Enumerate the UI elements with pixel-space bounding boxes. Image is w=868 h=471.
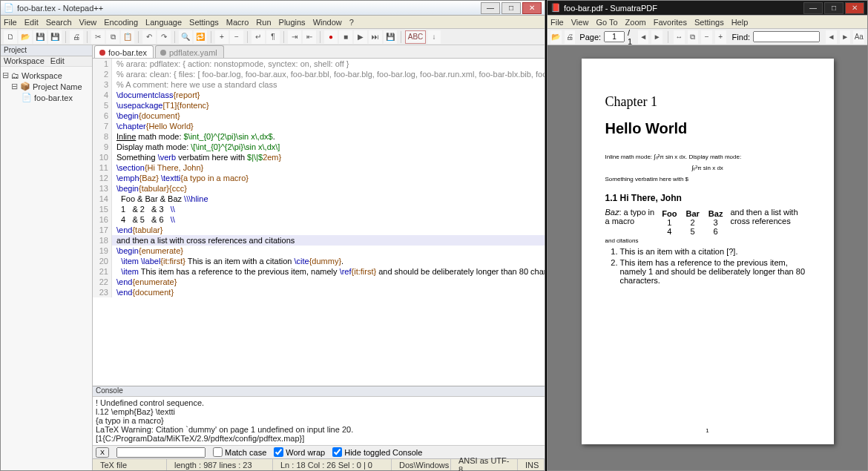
console-header: Console	[93, 386, 545, 397]
list-item: This item has a reference to the previou…	[620, 258, 810, 285]
close-button[interactable]: ✕	[522, 2, 542, 14]
editor-area: foo-bar.texpdflatex.yaml 1% arara: pdfla…	[93, 45, 545, 470]
indent-icon[interactable]: ⇥	[288, 30, 301, 44]
menu-run[interactable]: Run	[256, 18, 271, 27]
find-icon[interactable]: 🔍	[179, 30, 192, 44]
save-macro-icon[interactable]: 💾	[384, 30, 397, 44]
play-multi-icon[interactable]: ⏭	[369, 30, 382, 44]
workspace-menu[interactable]: Workspace	[4, 56, 45, 66]
stop-macro-icon[interactable]: ■	[339, 30, 352, 44]
match-case-icon[interactable]: Aa	[853, 30, 864, 44]
maximize-button[interactable]: □	[502, 2, 521, 14]
record-macro-icon[interactable]: ●	[324, 30, 338, 44]
npp-menubar: FileEditSearchViewEncodingLanguageSettin…	[1, 16, 545, 29]
menu-file[interactable]: File	[4, 18, 17, 27]
save-icon[interactable]: 💾	[33, 30, 47, 44]
page-next-icon[interactable]: ►	[651, 30, 662, 44]
menu-language[interactable]: Language	[145, 18, 182, 27]
console-input[interactable]	[116, 447, 206, 458]
menu-favorites[interactable]: Favorites	[654, 18, 687, 27]
minimize-button[interactable]: —	[481, 2, 500, 14]
open-file-icon[interactable]: 📂	[19, 30, 32, 44]
new-file-icon[interactable]: 🗋	[4, 30, 17, 44]
find-next-icon[interactable]: ►	[840, 30, 851, 44]
replace-icon[interactable]: 🔁	[194, 30, 207, 44]
npp-titlebar[interactable]: 📄 foo-bar.tex - Notepad++ — □ ✕	[1, 1, 545, 16]
menu-search[interactable]: Search	[46, 18, 72, 27]
tree-file[interactable]: 📄 foo-bar.tex	[2, 92, 91, 103]
save-all-icon[interactable]: 💾	[48, 30, 62, 44]
pdf-list: This is an item with a citation [?]. Thi…	[605, 247, 810, 285]
page-prev-icon[interactable]: ◄	[638, 30, 649, 44]
page-input[interactable]	[604, 31, 625, 42]
npp-statusbar: TeX file length : 987 lines : 23 Ln : 18…	[93, 458, 545, 470]
pdf-section: 1.1 Hi There, John	[605, 193, 810, 203]
paste-icon[interactable]: 📋	[121, 30, 134, 44]
tree-root[interactable]: ⊟🗂 Workspace	[2, 70, 91, 81]
find-prev-icon[interactable]: ◄	[826, 30, 837, 44]
show-all-icon[interactable]: ¶	[266, 30, 280, 44]
menu-plugins[interactable]: Plugins	[279, 18, 306, 27]
status-length: length : 987 lines : 23	[167, 459, 273, 470]
find-input[interactable]	[753, 31, 820, 42]
page-label: Page:	[579, 33, 601, 42]
outdent-icon[interactable]: ⇤	[303, 30, 316, 44]
abc-spellcheck-icon[interactable]: ABC	[405, 30, 426, 44]
copy-icon[interactable]: ⧉	[106, 30, 119, 44]
zoom-in-icon[interactable]: +	[715, 30, 726, 44]
zoom-out-icon[interactable]: −	[701, 30, 712, 44]
hide-console-checkbox[interactable]: Hide toggled Console	[332, 447, 422, 457]
print-icon[interactable]: 🖨	[70, 30, 83, 44]
npp-app-icon: 📄	[4, 3, 14, 13]
console-output[interactable]: ! Undefined control sequence.l.12 \emph{…	[93, 397, 545, 445]
play-macro-icon[interactable]: ▶	[354, 30, 367, 44]
pdf-chapter: Chapter 1	[605, 94, 810, 110]
redo-icon[interactable]: ↷	[157, 30, 171, 44]
menu-go-to[interactable]: Go To	[596, 18, 617, 27]
maximize-button[interactable]: □	[824, 2, 844, 14]
code-editor[interactable]: 1% arara: pdflatex: { action: nonstopmod…	[93, 59, 545, 386]
menu-?[interactable]: ?	[349, 18, 354, 27]
menu-edit[interactable]: Edit	[24, 18, 39, 27]
menu-settings[interactable]: Settings	[694, 18, 724, 27]
menu-file[interactable]: File	[550, 18, 564, 27]
word-wrap-checkbox[interactable]: Word wrap	[274, 447, 325, 457]
menu-macro[interactable]: Macro	[226, 18, 249, 27]
menu-settings[interactable]: Settings	[189, 18, 219, 27]
cut-icon[interactable]: ✂	[91, 30, 105, 44]
zoom-in-icon[interactable]: +	[215, 30, 228, 44]
menu-encoding[interactable]: Encoding	[104, 18, 138, 27]
menu-zoom[interactable]: Zoom	[625, 18, 646, 27]
pdf-verbatim: Something verbatim here with $	[605, 176, 810, 182]
close-button[interactable]: ✕	[845, 2, 864, 14]
console-x-button[interactable]: X	[96, 447, 109, 458]
menu-view[interactable]: View	[571, 18, 589, 27]
menu-view[interactable]: View	[79, 18, 97, 27]
tree-expand-icon: ⊟	[2, 70, 9, 80]
editor-tab[interactable]: pdflatex.yaml	[155, 45, 224, 58]
match-case-checkbox[interactable]: Match case	[213, 447, 266, 457]
edit-menu[interactable]: Edit	[50, 56, 65, 66]
page-total: / 1	[628, 28, 635, 46]
print-icon[interactable]: 🖨	[565, 30, 576, 44]
fit-page-icon[interactable]: ⧉	[688, 30, 699, 44]
status-position: Ln : 18 Col : 26 Sel : 0 | 0	[273, 459, 392, 470]
undo-icon[interactable]: ↶	[142, 30, 156, 44]
menu-help[interactable]: Help	[731, 18, 749, 27]
fit-width-icon[interactable]: ↔	[674, 30, 685, 44]
minimize-button[interactable]: —	[803, 2, 823, 14]
pdf-display-math: ∫₀²π sin x dx	[605, 165, 810, 171]
spell-next-icon[interactable]: ↓	[427, 30, 441, 44]
sumatra-titlebar[interactable]: 📕 foo-bar.pdf - SumatraPDF — □ ✕	[548, 1, 867, 16]
pdf-viewport[interactable]: Chapter 1 Hello World Inline math mode: …	[548, 45, 867, 470]
menu-window[interactable]: Window	[313, 18, 342, 27]
status-filetype: TeX file	[93, 459, 167, 470]
wrap-icon[interactable]: ↵	[251, 30, 265, 44]
sumatra-title: foo-bar.pdf - SumatraPDF	[564, 4, 803, 13]
open-icon[interactable]: 📂	[550, 30, 562, 44]
tree-project[interactable]: ⊟📦 Project Name	[2, 81, 91, 92]
project-tree: ⊟🗂 Workspace ⊟📦 Project Name 📄 foo-bar.t…	[1, 67, 92, 106]
sumatra-toolbar: 📂 🖨 Page: / 1 ◄ ► ↔ ⧉ − + Find: ◄ ► Aa	[548, 29, 867, 45]
zoom-out-icon[interactable]: −	[230, 30, 243, 44]
editor-tab[interactable]: foo-bar.tex	[94, 45, 154, 58]
